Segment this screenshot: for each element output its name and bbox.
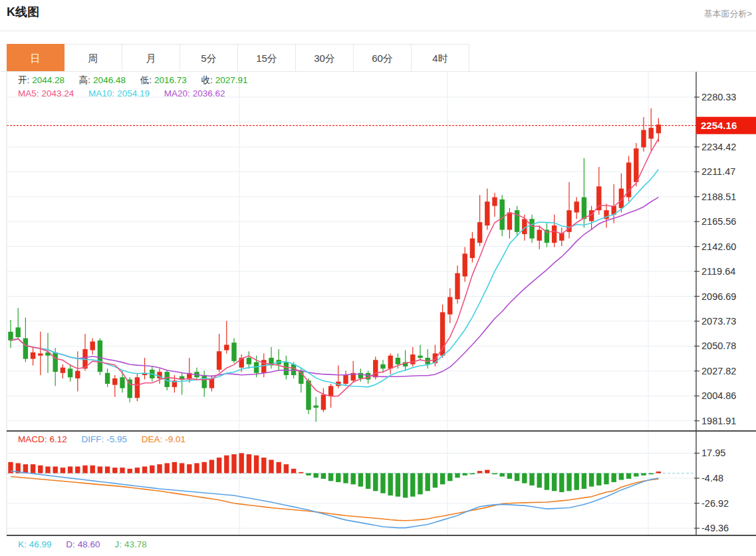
title-divider — [0, 31, 756, 31]
ma-legend: MA5:2043.24 MA10:2054.19 MA20:2036.62 — [18, 88, 228, 98]
dea-value: -9.01 — [165, 434, 186, 444]
page-title: K线图 — [7, 4, 39, 20]
low-label: 低: — [140, 75, 152, 85]
high-label: 高: — [79, 75, 90, 85]
low-value: 2016.73 — [154, 75, 187, 85]
kdj-legend: K:46.99 D:48.60 J:43.78 — [18, 539, 150, 549]
svg-text:17.95: 17.95 — [701, 448, 725, 458]
tab-month[interactable]: 月 — [122, 44, 180, 72]
j-value: 43.78 — [124, 539, 147, 549]
fundamental-analysis-link[interactable]: 基本面分析> — [703, 8, 752, 20]
k-value: 46.99 — [29, 539, 52, 549]
svg-text:2188.51: 2188.51 — [701, 192, 736, 202]
macd-legend: MACD:6.12 DIFF:-5.95 DEA:-9.01 — [18, 434, 188, 444]
ma5-label: MA5: — [18, 88, 39, 98]
tab-week[interactable]: 周 — [64, 44, 122, 72]
svg-text:2119.64: 2119.64 — [701, 266, 735, 277]
svg-text:-49.36: -49.36 — [701, 523, 729, 533]
tab-day[interactable]: 日 — [7, 44, 64, 72]
close-value: 2027.91 — [215, 75, 248, 85]
svg-text:2073.73: 2073.73 — [701, 316, 736, 327]
svg-text:-4.48: -4.48 — [701, 473, 723, 484]
k-label: K: — [18, 539, 27, 549]
tab-5min[interactable]: 5分 — [180, 44, 238, 72]
svg-text:2096.69: 2096.69 — [701, 291, 736, 302]
candlestick-chart[interactable]: 2280.332234.422211.472188.512165.562142.… — [0, 72, 756, 556]
svg-text:1981.91: 1981.91 — [701, 416, 736, 426]
tab-4hour[interactable]: 4时 — [412, 44, 469, 72]
interval-tab-bar: 日 周 月 5分 15分 30分 60分 4时 — [7, 44, 469, 72]
j-label: J: — [114, 539, 122, 549]
svg-text:2254.16: 2254.16 — [701, 120, 737, 131]
open-value: 2044.28 — [32, 75, 64, 85]
ma20-value: 2036.62 — [193, 88, 225, 98]
svg-text:-26.92: -26.92 — [701, 498, 729, 509]
ohlc-legend: 开:2044.28 高:2046.48 低:2016.73 收:2027.91 — [18, 74, 251, 86]
macd-label: MACD: — [18, 434, 47, 444]
ma10-value: 2054.19 — [117, 88, 150, 98]
open-label: 开: — [18, 75, 29, 85]
svg-text:2234.42: 2234.42 — [701, 142, 736, 152]
diff-value: -5.95 — [106, 434, 127, 444]
diff-label: DIFF: — [82, 434, 104, 444]
high-value: 2046.48 — [93, 75, 126, 85]
svg-text:2280.33: 2280.33 — [701, 92, 736, 102]
close-label: 收: — [201, 75, 213, 85]
ma20-label: MA20: — [164, 88, 190, 98]
macd-value: 6.12 — [50, 434, 67, 444]
ma10-label: MA10: — [88, 88, 114, 98]
tab-60min[interactable]: 60分 — [354, 44, 412, 72]
svg-text:2142.60: 2142.60 — [701, 241, 736, 252]
svg-text:2027.82: 2027.82 — [701, 366, 736, 376]
d-value: 48.60 — [78, 539, 100, 549]
ma5-value: 2043.24 — [42, 88, 74, 98]
tab-15min[interactable]: 15分 — [238, 44, 296, 72]
dea-label: DEA: — [142, 434, 163, 444]
tab-30min[interactable]: 30分 — [296, 44, 354, 72]
svg-text:2050.78: 2050.78 — [701, 341, 736, 351]
svg-text:2165.56: 2165.56 — [701, 216, 736, 227]
svg-text:2004.86: 2004.86 — [701, 390, 736, 401]
d-label: D: — [66, 539, 75, 549]
svg-text:2211.47: 2211.47 — [701, 166, 735, 177]
kline-page: { "header": { "title": "K线图", "link": "基… — [0, 0, 756, 556]
